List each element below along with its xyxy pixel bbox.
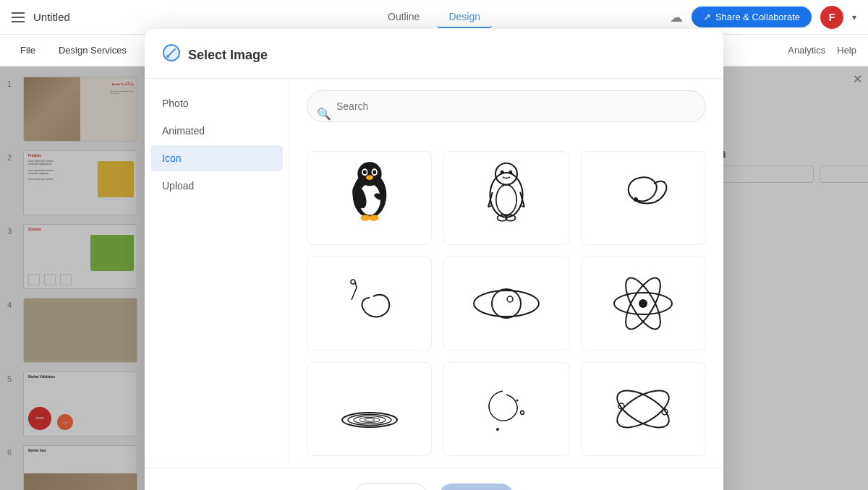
icon-cell-star-crescent[interactable] — [307, 257, 432, 351]
modal-footer: Cancel Select — [145, 468, 723, 490]
second-nav-right: Analytics Help — [788, 45, 856, 56]
help-link[interactable]: Help — [837, 45, 856, 56]
sidebar-item-animated[interactable]: Animated — [150, 118, 283, 144]
svg-point-39 — [520, 411, 524, 415]
app-title: Untitled — [33, 11, 70, 23]
svg-point-26 — [351, 280, 355, 284]
vortex-svg — [333, 373, 406, 445]
swirl-svg — [607, 162, 679, 234]
svg-point-41 — [516, 400, 518, 402]
modal-header: Select Image — [145, 29, 723, 79]
tab-design[interactable]: Design — [437, 7, 492, 28]
galaxy-svg — [470, 373, 542, 445]
nav-left: Untitled — [12, 11, 70, 23]
svg-point-16 — [495, 163, 517, 185]
svg-point-28 — [474, 291, 539, 317]
atom-svg — [607, 267, 679, 340]
avatar[interactable]: F — [820, 6, 843, 29]
svg-point-27 — [492, 289, 521, 318]
svg-point-30 — [639, 299, 647, 308]
modal-content: 🔍 — [289, 79, 723, 468]
cloud-icon: ☁ — [670, 9, 683, 25]
nav-center-tabs: Outline Design — [376, 7, 492, 28]
modal-overlay: Select Image Photo Animated Icon Upload … — [0, 66, 868, 490]
penguin-filled-svg — [333, 162, 406, 234]
modal-body: Photo Animated Icon Upload 🔍 — [145, 79, 723, 468]
menu-icon[interactable] — [12, 12, 25, 22]
icons-grid — [307, 151, 706, 456]
planet-svg — [470, 267, 542, 340]
penguin-outline-svg — [470, 162, 542, 234]
icon-cell-vortex[interactable] — [307, 362, 432, 456]
wand-icon — [162, 43, 181, 62]
search-input[interactable] — [307, 90, 706, 122]
file-menu-item[interactable]: File — [12, 40, 44, 60]
sidebar-item-upload[interactable]: Upload — [150, 173, 283, 199]
svg-point-14 — [490, 173, 522, 218]
svg-point-18 — [509, 171, 512, 174]
search-wrapper: 🔍 — [307, 90, 706, 137]
file-menu: File Design Services — [12, 40, 135, 60]
search-icon: 🔍 — [317, 107, 331, 121]
svg-point-12 — [360, 215, 370, 220]
orbit-svg — [607, 373, 679, 445]
icon-cell-penguin-filled[interactable] — [307, 151, 432, 245]
icon-cell-orbit[interactable] — [581, 362, 706, 456]
svg-point-38 — [365, 418, 375, 421]
svg-point-4 — [357, 162, 381, 186]
modal-icon — [162, 43, 181, 66]
svg-point-40 — [496, 428, 499, 431]
share-collaborate-button[interactable]: ↗ Share & Collaborate — [692, 7, 812, 27]
main-area: 1 airbnb Airbnb Pitch Deck Book rooms wi… — [0, 66, 868, 490]
modal-sidebar: Photo Animated Icon Upload — [145, 79, 289, 468]
svg-point-25 — [634, 197, 638, 202]
select-button[interactable]: Select — [439, 483, 514, 490]
icon-cell-swirl[interactable] — [581, 151, 706, 245]
star-crescent-svg — [333, 267, 406, 340]
analytics-link[interactable]: Analytics — [788, 45, 825, 56]
svg-point-9 — [366, 175, 373, 180]
icon-cell-planet[interactable] — [443, 257, 569, 351]
svg-point-29 — [507, 296, 513, 302]
icon-cell-atom[interactable] — [581, 257, 706, 351]
svg-point-8 — [373, 170, 376, 174]
chevron-down-icon[interactable]: ▾ — [852, 12, 856, 22]
modal-title: Select Image — [188, 48, 268, 63]
sidebar-item-photo[interactable]: Photo — [150, 90, 283, 116]
svg-point-7 — [362, 170, 366, 174]
icon-cell-penguin-outline[interactable] — [443, 151, 569, 245]
nav-right: ☁ ↗ Share & Collaborate F ▾ — [670, 6, 856, 29]
share-button-label: Share & Collaborate — [715, 12, 800, 22]
icon-cell-galaxy[interactable] — [443, 362, 569, 456]
share-icon: ↗ — [703, 12, 711, 22]
svg-point-17 — [501, 171, 504, 174]
svg-point-15 — [496, 185, 516, 215]
design-services-menu-item[interactable]: Design Services — [50, 40, 135, 60]
select-image-modal: Select Image Photo Animated Icon Upload … — [145, 29, 723, 490]
tab-outline[interactable]: Outline — [376, 7, 431, 28]
svg-point-13 — [369, 215, 378, 220]
svg-point-1 — [166, 55, 169, 58]
sidebar-item-icon[interactable]: Icon — [150, 145, 283, 171]
cancel-button[interactable]: Cancel — [354, 483, 428, 490]
